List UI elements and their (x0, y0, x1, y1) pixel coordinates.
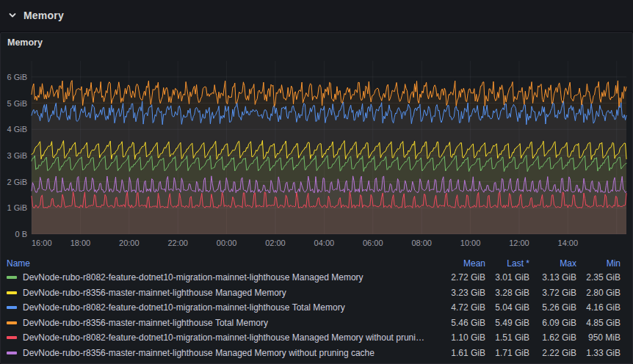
chevron-down-icon[interactable] (7, 10, 18, 21)
series-max: 5.26 GiB (529, 302, 576, 313)
panel-title: Memory (7, 37, 43, 48)
series-max: 3.13 GiB (529, 272, 576, 283)
legend-col-mean[interactable]: Mean (427, 258, 485, 269)
series-mean: 5.46 GiB (427, 318, 485, 328)
series-last: 3.01 GiB (485, 272, 529, 283)
row-title[interactable]: Memory (23, 10, 64, 21)
y-axis-label: 2 GiB (7, 178, 27, 186)
series-last: 5.04 GiB (485, 302, 529, 313)
y-axis-label: 6 GiB (7, 73, 27, 81)
series-color-swatch[interactable] (7, 276, 17, 279)
series-min: 4.85 GiB (576, 318, 621, 328)
x-axis-label: 00:00 (217, 239, 237, 247)
series-last: 5.49 GiB (485, 318, 529, 328)
series-last: 1.71 GiB (485, 348, 529, 358)
series-last: 3.28 GiB (485, 288, 529, 298)
legend-col-name[interactable]: Name (7, 258, 30, 269)
legend-row[interactable]: DevNode-rubo-r8082-feature-dotnet10-migr… (7, 330, 632, 346)
series-mean: 1.10 GiB (427, 332, 485, 343)
series-name[interactable]: DevNode-rubo-r8082-feature-dotnet10-migr… (23, 332, 427, 343)
series-name[interactable]: DevNode-rubo-r8082-feature-dotnet10-migr… (23, 272, 363, 283)
legend-col-max[interactable]: Max (529, 258, 576, 269)
series-name[interactable]: DevNode-rubo-r8356-master-mainnet-lighth… (23, 348, 375, 358)
series-mean: 4.72 GiB (427, 302, 485, 313)
series-color-swatch[interactable] (7, 321, 17, 324)
legend-row[interactable]: DevNode-rubo-r8356-master-mainnet-lighth… (7, 346, 632, 361)
legend-col-last[interactable]: Last * (485, 258, 529, 269)
x-axis-label: 22:00 (167, 239, 188, 247)
legend-row[interactable]: DevNode-rubo-r8082-feature-dotnet10-migr… (7, 270, 632, 285)
y-axis-label: 0 B (15, 230, 27, 239)
series-mean: 1.61 GiB (427, 348, 485, 358)
x-axis-label: 02:00 (265, 239, 286, 247)
series-mean: 2.72 GiB (427, 272, 485, 283)
series-min: 2.80 GiB (576, 288, 621, 298)
x-axis-label: 06:00 (363, 239, 383, 247)
x-axis-label: 18:00 (70, 239, 91, 247)
series-max: 6.09 GiB (529, 318, 576, 328)
series-last: 1.51 GiB (485, 332, 529, 343)
series-color-swatch[interactable] (7, 291, 17, 294)
legend-row[interactable]: DevNode-rubo-r8356-master-mainnet-lighth… (7, 316, 632, 331)
series-name[interactable]: DevNode-rubo-r8356-master-mainnet-lighth… (23, 318, 268, 328)
series-max: 3.72 GiB (529, 288, 576, 298)
series-min: 1.33 GiB (576, 348, 621, 358)
x-axis-label: 14:00 (558, 239, 579, 247)
x-axis-label: 12:00 (509, 239, 529, 247)
memory-chart[interactable]: 16:0018:0020:0022:0000:0002:0004:0006:00… (1, 52, 632, 255)
series-mean: 3.23 GiB (427, 288, 485, 298)
series-color-swatch[interactable] (7, 352, 17, 354)
x-axis-label: 04:00 (314, 239, 335, 247)
x-axis-label: 16:00 (32, 239, 52, 247)
series-color-swatch[interactable] (7, 306, 17, 309)
legend-col-min[interactable]: Min (576, 258, 621, 269)
x-axis-label: 08:00 (411, 239, 432, 247)
y-axis-label: 3 GiB (7, 151, 27, 160)
series-color-swatch[interactable] (7, 336, 17, 339)
y-axis-label: 4 GiB (7, 125, 27, 134)
y-axis-label: 1 GiB (7, 203, 27, 212)
memory-panel: Memory 16:0018:0020:0022:0000:0002:0004:… (0, 32, 633, 364)
panel-header[interactable]: Memory (1, 33, 632, 52)
x-axis-label: 20:00 (119, 239, 140, 247)
series-max: 1.62 GiB (529, 332, 576, 343)
legend-header-row: Name Mean Last * Max Min (7, 256, 632, 270)
series-name[interactable]: DevNode-rubo-r8356-master-mainnet-lighth… (23, 288, 286, 298)
series-name[interactable]: DevNode-rubo-r8082-feature-dotnet10-migr… (23, 302, 345, 313)
y-axis-label: 5 GiB (7, 99, 27, 108)
series-max: 2.22 GiB (529, 348, 576, 358)
legend-row[interactable]: DevNode-rubo-r8082-feature-dotnet10-migr… (7, 300, 632, 316)
series-min: 4.16 GiB (576, 302, 621, 313)
series-min: 2.35 GiB (576, 272, 621, 283)
legend-table: Name Mean Last * Max Min DevNode-rubo-r8… (1, 255, 632, 360)
legend-rows: DevNode-rubo-r8082-feature-dotnet10-migr… (7, 270, 632, 360)
x-axis-label: 10:00 (460, 239, 481, 247)
legend-row[interactable]: DevNode-rubo-r8356-master-mainnet-lighth… (7, 285, 632, 301)
series-min: 950 MiB (576, 332, 621, 343)
chart-area[interactable]: 16:0018:0020:0022:0000:0002:0004:0006:00… (1, 52, 632, 255)
memory-row-header[interactable]: Memory (0, 0, 633, 31)
